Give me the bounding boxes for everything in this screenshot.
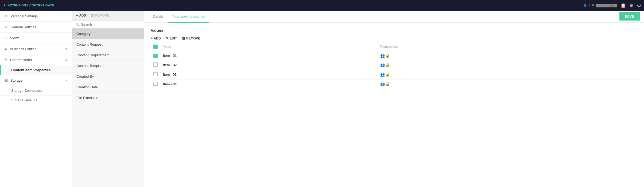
add-button[interactable]: + ADD xyxy=(76,13,86,18)
sidebar-item-storage-defaults[interactable]: Storage Defaults xyxy=(0,96,72,105)
values-edit-button[interactable]: ✎ EDIT xyxy=(166,36,177,40)
sidebar: ⚙ Personal Settings ⚙ General Settings ⊙… xyxy=(0,11,72,187)
list-item-file-extension[interactable]: File Extension xyxy=(72,93,144,103)
list-item-label-content-template: Content Template xyxy=(76,64,104,68)
values-remove-label: REMOVE xyxy=(186,37,200,40)
list-item-content-requirement[interactable]: Content Requirement xyxy=(72,50,144,61)
business-entities-icon: ◈ xyxy=(4,47,7,51)
content-items-icon: ✎ xyxy=(4,58,7,62)
values-remove-button[interactable]: 🗑 REMOVE xyxy=(182,36,200,40)
row-checkbox-item01[interactable]: ✓ xyxy=(151,51,160,60)
people-icon-item01: 👥 xyxy=(380,53,385,58)
lock-icon-item02: 🔒 xyxy=(385,63,390,67)
table-row: Item - 02 👥 🔒 xyxy=(151,60,638,70)
power-icon[interactable]: ⏻ xyxy=(637,3,641,7)
row-value-item02: Item - 02 xyxy=(160,60,378,70)
views-icon: ⊙ xyxy=(4,36,7,40)
list-item-content-template[interactable]: Content Template xyxy=(72,61,144,71)
checkbox-item-03[interactable] xyxy=(153,72,158,76)
chevron-up-icon-storage: ▲ xyxy=(65,79,68,82)
middle-toolbar: + ADD 🗑 REMOVE xyxy=(72,11,144,21)
table-row: Item - 03 👥 🔒 xyxy=(151,70,638,79)
storage-icon: ▦ xyxy=(4,78,8,82)
sidebar-item-storage[interactable]: ▦ Storage ▲ xyxy=(0,75,72,86)
sidebar-item-personal-settings[interactable]: ⚙ Personal Settings xyxy=(0,11,72,22)
personal-settings-icon: ⚙ xyxy=(4,14,8,18)
clipboard-icon[interactable]: 📋 xyxy=(620,3,626,8)
row-permissions-item04[interactable]: 👥 🔒 xyxy=(378,79,638,89)
sidebar-item-business-entities[interactable]: ◈ Business Entities ▼ xyxy=(0,43,72,54)
sidebar-label-views: Views xyxy=(10,36,19,40)
col-header-select: — xyxy=(151,42,160,51)
lock-icon-item01: 🔒 xyxy=(385,53,390,58)
checkbox-item-04[interactable] xyxy=(153,82,158,86)
row-checkbox-item02[interactable] xyxy=(151,60,160,70)
sidebar-item-storage-connectors[interactable]: Storage Connectors xyxy=(0,86,72,96)
checkbox-item-02[interactable] xyxy=(153,62,158,67)
main-layout: ⚙ Personal Settings ⚙ General Settings ⊙… xyxy=(0,11,644,187)
list-item-label-file-extension: File Extension xyxy=(76,96,98,100)
username-redacted: ██████████ xyxy=(596,4,617,7)
row-value-item03: Item - 03 xyxy=(160,70,378,79)
middle-list: Category Content Request Content Require… xyxy=(72,29,144,187)
values-table: — Value Permissions ✓ xyxy=(151,42,638,89)
sidebar-item-general-settings[interactable]: ⚙ General Settings xyxy=(0,22,72,33)
values-add-button[interactable]: + ADD xyxy=(151,36,161,40)
tab-details-label: Details xyxy=(153,14,164,18)
list-item-created-by[interactable]: Created By xyxy=(72,71,144,82)
user-menu[interactable]: 👤 TIM ██████████ xyxy=(583,3,617,7)
list-item-label-creation-date: Creation Date xyxy=(76,85,98,89)
list-item-content-request[interactable]: Content Request xyxy=(72,39,144,50)
lock-icon-item03: 🔒 xyxy=(385,72,390,77)
search-input[interactable] xyxy=(81,22,141,26)
people-icon-item04: 👥 xyxy=(380,82,385,86)
checkbox-item-01[interactable]: ✓ xyxy=(153,54,158,58)
remove-button[interactable]: 🗑 REMOVE xyxy=(90,13,109,18)
sidebar-label-business-entities: Business Entities xyxy=(10,47,36,51)
sidebar-item-views[interactable]: ⊙ Views xyxy=(0,33,72,43)
row-checkbox-item04[interactable] xyxy=(151,79,160,89)
col-header-permissions: Permissions xyxy=(378,42,638,51)
row-permissions-item02[interactable]: 👥 🔒 xyxy=(378,60,638,70)
sidebar-item-content-item-properties[interactable]: Content Item Properties xyxy=(0,65,72,75)
values-edit-icon: ✎ xyxy=(166,36,169,40)
sidebar-label-content-items: Content Items xyxy=(10,58,32,62)
values-add-label: ADD xyxy=(154,37,161,40)
content-area: Details Type specific settings SAVE Valu… xyxy=(144,11,644,187)
app-logo: ✦ AXTENSION® CONTENT GATE xyxy=(3,4,54,7)
values-toolbar: + ADD ✎ EDIT 🗑 REMOVE xyxy=(151,36,638,40)
col-permissions-label: Permissions xyxy=(380,45,398,49)
chevron-down-icon: ▼ xyxy=(65,47,68,50)
list-item-label-content-request: Content Request xyxy=(76,42,103,46)
sidebar-label-storage: Storage xyxy=(10,78,23,82)
col-header-value: Value xyxy=(160,42,378,51)
select-all-checkbox[interactable]: — xyxy=(153,45,158,49)
search-icon: 🔍 xyxy=(75,23,79,26)
settings-icon[interactable]: ⚙ xyxy=(630,3,633,8)
row-permissions-item03[interactable]: 👥 🔒 xyxy=(378,70,638,79)
list-item-creation-date[interactable]: Creation Date xyxy=(72,82,144,93)
sidebar-sub-label-storage-connectors: Storage Connectors xyxy=(11,89,42,93)
row-value-item04: Item - 04 xyxy=(160,79,378,89)
tab-type-specific-settings[interactable]: Type specific settings xyxy=(168,11,210,23)
remove-label: REMOVE xyxy=(95,14,109,17)
row-permissions-item01[interactable]: 👥 🔒 xyxy=(378,51,638,60)
middle-panel: + ADD 🗑 REMOVE 🔍 Category Content Reques… xyxy=(72,11,144,187)
tab-details[interactable]: Details xyxy=(149,11,168,23)
topbar-right: 👤 TIM ██████████ 📋 ⚙ ⏻ xyxy=(583,3,641,8)
topbar-left: ✦ AXTENSION® CONTENT GATE xyxy=(3,4,54,7)
row-checkbox-item03[interactable] xyxy=(151,70,160,79)
values-add-icon: + xyxy=(151,36,153,40)
list-item-category[interactable]: Category xyxy=(72,29,144,39)
sidebar-sub-label-content-item-properties: Content Item Properties xyxy=(11,68,51,72)
table-row: Item - 04 👥 🔒 xyxy=(151,79,638,89)
save-label: SAVE xyxy=(625,14,634,18)
list-item-label-content-requirement: Content Requirement xyxy=(76,53,110,57)
sidebar-item-content-items[interactable]: ✎ Content Items ▲ xyxy=(0,54,72,65)
section-title-values: Values xyxy=(151,28,638,33)
sidebar-sub-label-storage-defaults: Storage Defaults xyxy=(11,98,37,102)
tab-type-specific-settings-label: Type specific settings xyxy=(172,14,205,18)
values-edit-label: EDIT xyxy=(170,37,177,40)
sidebar-label-general-settings: General Settings xyxy=(10,25,36,29)
save-button[interactable]: SAVE xyxy=(619,12,640,21)
